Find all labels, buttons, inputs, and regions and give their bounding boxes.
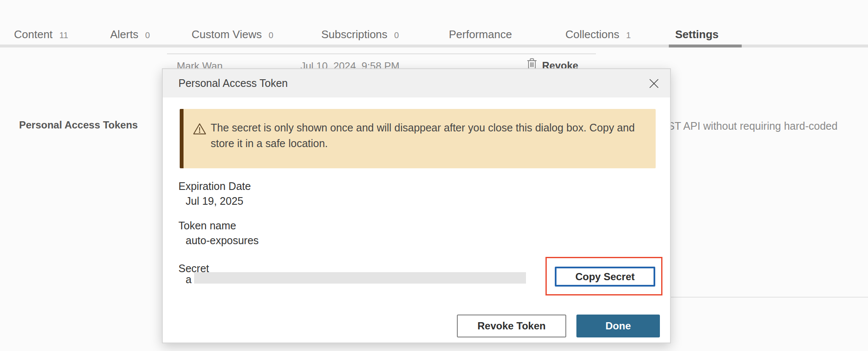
tab-label: Custom Views — [192, 28, 262, 41]
tab-label: Alerts — [110, 28, 138, 41]
revoke-token-button[interactable]: Revoke Token — [457, 315, 566, 337]
token-name-label: Token name — [178, 220, 236, 232]
dialog-header: Personal Access Token — [163, 69, 670, 98]
section-divider — [661, 297, 868, 298]
tab-count: 0 — [394, 31, 399, 40]
expiration-date-value: Jul 19, 2025 — [186, 195, 243, 207]
tab-count: 0 — [269, 31, 273, 40]
tab-performance[interactable]: Performance — [449, 28, 512, 41]
close-icon[interactable] — [645, 75, 662, 92]
tab-label: Subscriptions — [321, 28, 387, 41]
copy-secret-button[interactable]: Copy Secret — [555, 267, 655, 287]
section-description-fragment: ST API without requiring hard-coded — [668, 120, 837, 132]
section-label-personal-access-tokens: Personal Access Tokens — [19, 119, 138, 131]
tab-count: 11 — [59, 31, 68, 40]
warning-message: The secret is only shown once and will d… — [211, 120, 635, 151]
tab-label: Performance — [449, 28, 512, 41]
dialog-title: Personal Access Token — [178, 69, 288, 98]
secret-redacted-bar — [194, 272, 526, 284]
done-button[interactable]: Done — [576, 315, 660, 337]
tab-custom-views[interactable]: Custom Views 0 — [192, 28, 273, 41]
table-divider — [167, 53, 596, 54]
tab-subscriptions[interactable]: Subscriptions 0 — [321, 28, 399, 41]
expiration-date-label: Expiration Date — [178, 180, 251, 192]
tab-label: Collections — [565, 28, 619, 41]
warning-message-line1: The secret is only shown once and will d… — [211, 120, 635, 136]
personal-access-token-dialog: Personal Access Token The secret is only… — [162, 68, 671, 343]
warning-message-line2: store it in a safe location. — [211, 136, 635, 151]
warning-icon — [193, 123, 206, 137]
warning-banner: The secret is only shown once and will d… — [180, 109, 656, 168]
tab-settings[interactable]: Settings — [675, 28, 719, 41]
tab-count: 1 — [626, 31, 631, 40]
tabbar-underline-active — [669, 45, 742, 47]
secret-value: a — [186, 273, 192, 286]
tab-alerts[interactable]: Alerts 0 — [110, 28, 150, 41]
tab-label: Settings — [675, 28, 719, 41]
settings-page: Content 11 Alerts 0 Custom Views 0 Subsc… — [0, 0, 868, 351]
tab-count: 0 — [145, 31, 150, 40]
tab-collections[interactable]: Collections 1 — [565, 28, 631, 41]
token-name-value: auto-exposures — [186, 234, 259, 247]
tab-content[interactable]: Content 11 — [14, 28, 68, 41]
tab-label: Content — [14, 28, 53, 41]
